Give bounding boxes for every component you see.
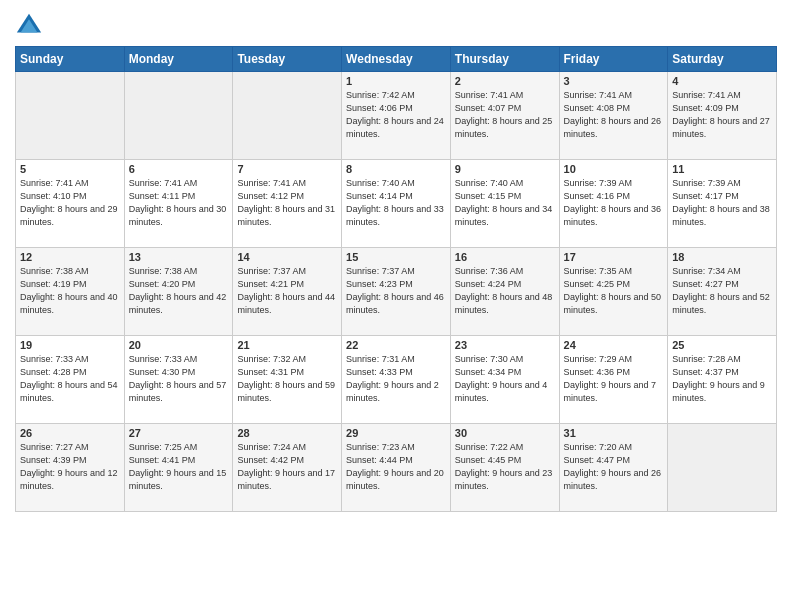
day-info: Sunrise: 7:41 AMSunset: 4:08 PMDaylight:… [564, 89, 664, 141]
calendar-week-row: 1Sunrise: 7:42 AMSunset: 4:06 PMDaylight… [16, 72, 777, 160]
day-info: Sunrise: 7:27 AMSunset: 4:39 PMDaylight:… [20, 441, 120, 493]
day-number: 21 [237, 339, 337, 351]
day-number: 14 [237, 251, 337, 263]
calendar-day-cell: 21Sunrise: 7:32 AMSunset: 4:31 PMDayligh… [233, 336, 342, 424]
day-info: Sunrise: 7:41 AMSunset: 4:07 PMDaylight:… [455, 89, 555, 141]
day-info: Sunrise: 7:22 AMSunset: 4:45 PMDaylight:… [455, 441, 555, 493]
day-number: 3 [564, 75, 664, 87]
calendar-day-cell: 31Sunrise: 7:20 AMSunset: 4:47 PMDayligh… [559, 424, 668, 512]
day-number: 16 [455, 251, 555, 263]
day-of-week-header: Thursday [450, 47, 559, 72]
calendar-day-cell: 20Sunrise: 7:33 AMSunset: 4:30 PMDayligh… [124, 336, 233, 424]
calendar-week-row: 12Sunrise: 7:38 AMSunset: 4:19 PMDayligh… [16, 248, 777, 336]
day-info: Sunrise: 7:32 AMSunset: 4:31 PMDaylight:… [237, 353, 337, 405]
day-info: Sunrise: 7:20 AMSunset: 4:47 PMDaylight:… [564, 441, 664, 493]
day-info: Sunrise: 7:33 AMSunset: 4:30 PMDaylight:… [129, 353, 229, 405]
day-number: 10 [564, 163, 664, 175]
calendar-day-cell: 23Sunrise: 7:30 AMSunset: 4:34 PMDayligh… [450, 336, 559, 424]
calendar-day-cell: 28Sunrise: 7:24 AMSunset: 4:42 PMDayligh… [233, 424, 342, 512]
calendar-day-cell: 30Sunrise: 7:22 AMSunset: 4:45 PMDayligh… [450, 424, 559, 512]
day-info: Sunrise: 7:41 AMSunset: 4:12 PMDaylight:… [237, 177, 337, 229]
day-of-week-header: Saturday [668, 47, 777, 72]
day-number: 11 [672, 163, 772, 175]
day-number: 4 [672, 75, 772, 87]
day-number: 9 [455, 163, 555, 175]
calendar-week-row: 26Sunrise: 7:27 AMSunset: 4:39 PMDayligh… [16, 424, 777, 512]
calendar-day-cell: 12Sunrise: 7:38 AMSunset: 4:19 PMDayligh… [16, 248, 125, 336]
day-info: Sunrise: 7:39 AMSunset: 4:17 PMDaylight:… [672, 177, 772, 229]
day-number: 19 [20, 339, 120, 351]
calendar-day-cell [124, 72, 233, 160]
day-number: 8 [346, 163, 446, 175]
calendar-day-cell: 25Sunrise: 7:28 AMSunset: 4:37 PMDayligh… [668, 336, 777, 424]
day-info: Sunrise: 7:30 AMSunset: 4:34 PMDaylight:… [455, 353, 555, 405]
calendar-day-cell: 18Sunrise: 7:34 AMSunset: 4:27 PMDayligh… [668, 248, 777, 336]
day-number: 25 [672, 339, 772, 351]
day-info: Sunrise: 7:31 AMSunset: 4:33 PMDaylight:… [346, 353, 446, 405]
day-info: Sunrise: 7:41 AMSunset: 4:10 PMDaylight:… [20, 177, 120, 229]
day-info: Sunrise: 7:40 AMSunset: 4:15 PMDaylight:… [455, 177, 555, 229]
day-number: 6 [129, 163, 229, 175]
calendar-day-cell: 9Sunrise: 7:40 AMSunset: 4:15 PMDaylight… [450, 160, 559, 248]
calendar-day-cell: 26Sunrise: 7:27 AMSunset: 4:39 PMDayligh… [16, 424, 125, 512]
day-info: Sunrise: 7:42 AMSunset: 4:06 PMDaylight:… [346, 89, 446, 141]
day-info: Sunrise: 7:29 AMSunset: 4:36 PMDaylight:… [564, 353, 664, 405]
day-info: Sunrise: 7:24 AMSunset: 4:42 PMDaylight:… [237, 441, 337, 493]
calendar-day-cell: 8Sunrise: 7:40 AMSunset: 4:14 PMDaylight… [342, 160, 451, 248]
day-of-week-header: Tuesday [233, 47, 342, 72]
calendar-header-row: SundayMondayTuesdayWednesdayThursdayFrid… [16, 47, 777, 72]
calendar-day-cell: 10Sunrise: 7:39 AMSunset: 4:16 PMDayligh… [559, 160, 668, 248]
day-of-week-header: Wednesday [342, 47, 451, 72]
day-number: 13 [129, 251, 229, 263]
day-number: 23 [455, 339, 555, 351]
day-info: Sunrise: 7:33 AMSunset: 4:28 PMDaylight:… [20, 353, 120, 405]
day-number: 24 [564, 339, 664, 351]
day-info: Sunrise: 7:23 AMSunset: 4:44 PMDaylight:… [346, 441, 446, 493]
day-info: Sunrise: 7:37 AMSunset: 4:21 PMDaylight:… [237, 265, 337, 317]
day-number: 27 [129, 427, 229, 439]
calendar-day-cell: 15Sunrise: 7:37 AMSunset: 4:23 PMDayligh… [342, 248, 451, 336]
calendar-day-cell: 16Sunrise: 7:36 AMSunset: 4:24 PMDayligh… [450, 248, 559, 336]
day-info: Sunrise: 7:28 AMSunset: 4:37 PMDaylight:… [672, 353, 772, 405]
calendar-day-cell [233, 72, 342, 160]
day-number: 2 [455, 75, 555, 87]
calendar-day-cell: 6Sunrise: 7:41 AMSunset: 4:11 PMDaylight… [124, 160, 233, 248]
day-number: 18 [672, 251, 772, 263]
day-number: 30 [455, 427, 555, 439]
calendar-day-cell: 29Sunrise: 7:23 AMSunset: 4:44 PMDayligh… [342, 424, 451, 512]
day-info: Sunrise: 7:38 AMSunset: 4:20 PMDaylight:… [129, 265, 229, 317]
calendar-day-cell: 13Sunrise: 7:38 AMSunset: 4:20 PMDayligh… [124, 248, 233, 336]
calendar-day-cell: 7Sunrise: 7:41 AMSunset: 4:12 PMDaylight… [233, 160, 342, 248]
calendar-day-cell: 19Sunrise: 7:33 AMSunset: 4:28 PMDayligh… [16, 336, 125, 424]
calendar-day-cell: 14Sunrise: 7:37 AMSunset: 4:21 PMDayligh… [233, 248, 342, 336]
day-number: 20 [129, 339, 229, 351]
day-number: 31 [564, 427, 664, 439]
day-info: Sunrise: 7:41 AMSunset: 4:09 PMDaylight:… [672, 89, 772, 141]
day-number: 26 [20, 427, 120, 439]
day-number: 12 [20, 251, 120, 263]
header [15, 10, 777, 38]
day-of-week-header: Monday [124, 47, 233, 72]
day-info: Sunrise: 7:37 AMSunset: 4:23 PMDaylight:… [346, 265, 446, 317]
day-number: 17 [564, 251, 664, 263]
logo [15, 10, 47, 38]
day-info: Sunrise: 7:39 AMSunset: 4:16 PMDaylight:… [564, 177, 664, 229]
day-number: 22 [346, 339, 446, 351]
calendar-day-cell: 1Sunrise: 7:42 AMSunset: 4:06 PMDaylight… [342, 72, 451, 160]
day-info: Sunrise: 7:25 AMSunset: 4:41 PMDaylight:… [129, 441, 229, 493]
day-info: Sunrise: 7:34 AMSunset: 4:27 PMDaylight:… [672, 265, 772, 317]
day-info: Sunrise: 7:35 AMSunset: 4:25 PMDaylight:… [564, 265, 664, 317]
day-of-week-header: Sunday [16, 47, 125, 72]
day-info: Sunrise: 7:41 AMSunset: 4:11 PMDaylight:… [129, 177, 229, 229]
calendar-day-cell [668, 424, 777, 512]
calendar-week-row: 5Sunrise: 7:41 AMSunset: 4:10 PMDaylight… [16, 160, 777, 248]
day-info: Sunrise: 7:36 AMSunset: 4:24 PMDaylight:… [455, 265, 555, 317]
calendar-week-row: 19Sunrise: 7:33 AMSunset: 4:28 PMDayligh… [16, 336, 777, 424]
day-of-week-header: Friday [559, 47, 668, 72]
day-number: 5 [20, 163, 120, 175]
calendar-day-cell: 4Sunrise: 7:41 AMSunset: 4:09 PMDaylight… [668, 72, 777, 160]
calendar-day-cell: 27Sunrise: 7:25 AMSunset: 4:41 PMDayligh… [124, 424, 233, 512]
day-info: Sunrise: 7:38 AMSunset: 4:19 PMDaylight:… [20, 265, 120, 317]
day-number: 29 [346, 427, 446, 439]
calendar-day-cell: 5Sunrise: 7:41 AMSunset: 4:10 PMDaylight… [16, 160, 125, 248]
